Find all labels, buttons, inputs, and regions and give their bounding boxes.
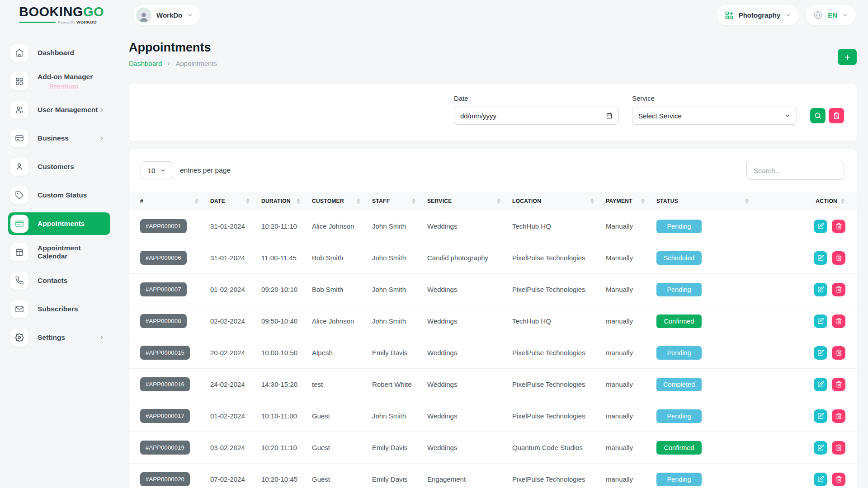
edit-button[interactable]	[814, 314, 827, 328]
appointment-id-badge: #APP0000020	[140, 472, 190, 486]
filter-search-button[interactable]	[810, 108, 826, 123]
column-header-action[interactable]: ACTION	[760, 198, 845, 204]
mail-icon	[15, 305, 24, 314]
sort-icon[interactable]	[195, 198, 198, 204]
chevron-right-icon	[99, 334, 105, 341]
sort-icon[interactable]	[246, 198, 250, 204]
cell-staff: John Smith	[372, 412, 427, 420]
cell-location: Quantum Code Studios	[512, 444, 606, 451]
sidebar-item-appointments[interactable]: Appointments	[8, 212, 110, 235]
column-header-customer[interactable]: CUSTOMER	[312, 198, 372, 204]
edit-button[interactable]	[814, 251, 827, 265]
edit-button[interactable]	[814, 441, 827, 455]
edit-button[interactable]	[814, 346, 827, 360]
sort-icon[interactable]	[841, 198, 844, 204]
chevron-down-icon	[785, 12, 791, 18]
delete-button[interactable]	[832, 378, 845, 391]
cell-location: PixelPulse Technologies	[512, 349, 606, 357]
edit-icon	[817, 413, 824, 419]
sidebar-item-dashboard[interactable]: Dashboard	[8, 42, 110, 64]
edit-button[interactable]	[814, 283, 827, 296]
entries-per-page-select[interactable]: 10	[141, 161, 173, 179]
sidebar-item-user-management[interactable]: User Management	[8, 99, 110, 121]
home-icon	[15, 48, 24, 57]
sort-icon[interactable]	[590, 198, 594, 204]
service-select[interactable]: Select Service	[632, 107, 797, 125]
table-row: #APP0000015 20-02-2024 10:00-10:50 Alpes…	[129, 337, 857, 369]
cell-customer: Guest	[312, 444, 372, 451]
sidebar-item-contacts[interactable]: Contacts	[8, 269, 110, 292]
column-header-id[interactable]: #	[140, 198, 210, 204]
clipboard-slash-icon	[833, 112, 840, 119]
edit-button[interactable]	[814, 220, 827, 233]
delete-button[interactable]	[832, 283, 845, 296]
delete-button[interactable]	[832, 473, 845, 486]
column-header-date[interactable]: DATE	[210, 198, 261, 204]
table-search-input[interactable]	[746, 161, 844, 180]
sidebar-item-customers[interactable]: Customers	[8, 155, 110, 178]
delete-button[interactable]	[832, 441, 845, 455]
cell-customer: Guest	[312, 475, 372, 483]
calendar-icon[interactable]	[606, 112, 613, 119]
status-badge: Pending	[656, 283, 702, 296]
sort-icon[interactable]	[745, 198, 749, 204]
sidebar-item-label: Dashboard	[38, 49, 74, 57]
sidebar-item-icon-box	[10, 186, 28, 204]
chevron-down-icon	[160, 168, 166, 174]
column-header-location[interactable]: LOCATION	[512, 198, 606, 204]
language-selector[interactable]: EN	[806, 5, 856, 25]
table-row: #APP000008 02-02-2024 09:50-10:40 Alice …	[129, 305, 857, 337]
edit-button[interactable]	[814, 409, 827, 423]
add-appointment-button[interactable]	[838, 49, 857, 65]
column-header-service[interactable]: SERVICE	[427, 198, 512, 204]
column-header-payment[interactable]: PAYMENT	[606, 198, 656, 204]
sidebar-item-icon-box	[10, 243, 28, 261]
sort-icon[interactable]	[357, 198, 360, 204]
sort-icon[interactable]	[641, 198, 645, 204]
sidebar-item-label: Appointments	[38, 220, 85, 228]
entries-per-page-label: entries per page	[180, 166, 231, 174]
column-header-duration[interactable]: DURATION	[261, 198, 312, 204]
sidebar-item-subscribers[interactable]: Subscribers	[8, 298, 110, 320]
logo-underline	[19, 22, 56, 23]
appointment-id-badge: #APP0000016	[140, 377, 190, 391]
column-header-staff[interactable]: STAFF	[372, 198, 427, 204]
breadcrumb-current: Appointments	[175, 60, 217, 67]
cell-staff: Emily Davis	[372, 475, 427, 483]
edit-icon	[817, 318, 824, 324]
column-header-status[interactable]: STATUS	[656, 198, 760, 204]
module-selector[interactable]: Photography	[717, 5, 799, 25]
chevron-right-icon	[99, 107, 105, 113]
delete-button[interactable]	[832, 251, 845, 265]
delete-button[interactable]	[832, 314, 845, 328]
cell-customer: Guest	[312, 412, 372, 420]
sort-icon[interactable]	[412, 198, 415, 204]
sidebar-item-addon-manager[interactable]: Add-on Manager Premium	[8, 70, 110, 93]
filter-reset-button[interactable]	[829, 108, 844, 123]
edit-button[interactable]	[814, 378, 827, 391]
sort-icon[interactable]	[297, 198, 300, 204]
edit-button[interactable]	[814, 473, 827, 486]
delete-button[interactable]	[832, 346, 845, 360]
date-input[interactable]	[454, 107, 619, 125]
cell-service: Weddings	[427, 222, 512, 230]
sidebar-item-settings[interactable]: Settings	[8, 326, 110, 349]
cell-payment: Manually	[606, 254, 656, 262]
cell-staff: Robert White	[372, 380, 427, 388]
sidebar-item-appointment-calendar[interactable]: Appointment Calendar	[8, 241, 110, 263]
workspace-switcher[interactable]: WorkDo	[133, 5, 200, 25]
date-input-value[interactable]	[460, 112, 606, 120]
sidebar-nav: Dashboard Add-on Manager Premium User Ma…	[0, 32, 129, 349]
cell-service: Weddings	[427, 380, 512, 388]
chevron-right-icon	[99, 135, 105, 141]
delete-button[interactable]	[832, 220, 845, 233]
status-badge: Scheduled	[656, 251, 702, 265]
sidebar-item-icon-box	[10, 300, 28, 318]
sidebar-item-label: Add-on Manager	[38, 73, 93, 81]
sort-icon[interactable]	[497, 198, 500, 204]
delete-button[interactable]	[832, 409, 845, 423]
sidebar-item-custom-status[interactable]: Custom Status	[8, 184, 110, 206]
sidebar-item-label: User Management	[38, 106, 98, 114]
breadcrumb-dashboard-link[interactable]: Dashboard	[129, 60, 162, 67]
sidebar-item-business[interactable]: Business	[8, 127, 110, 150]
